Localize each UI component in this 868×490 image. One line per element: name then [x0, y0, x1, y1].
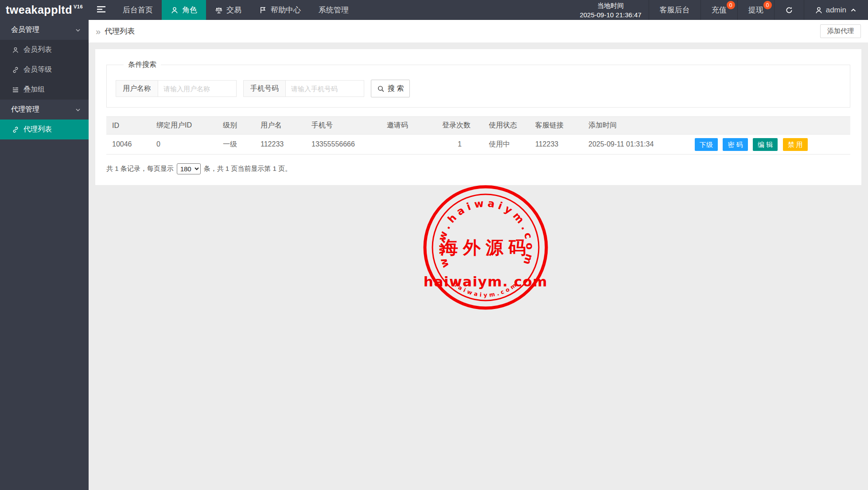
menu-item-home[interactable]: 后台首页	[114, 0, 162, 20]
sidebar-section-agent[interactable]: 代理管理	[0, 100, 89, 120]
app-version: V16	[74, 4, 83, 9]
phone-input[interactable]	[285, 80, 364, 97]
cell-created-at: 2025-09-11 01:31:34	[583, 135, 689, 154]
sidebar-item-member-list[interactable]: 会员列表	[0, 40, 89, 60]
app-logo: tweakappltdV16	[0, 0, 89, 20]
recharge-badge: 0	[727, 1, 735, 9]
hamburger-icon	[97, 6, 105, 15]
pagination-prefix: 共 1 条记录，每页显示	[106, 165, 174, 173]
chevron-down-icon	[75, 27, 81, 33]
sidebar: 会员管理 会员列表 会员等级 叠加组 代理管理	[0, 20, 89, 490]
search-icon	[377, 85, 385, 93]
disable-button[interactable]: 禁 用	[783, 138, 808, 151]
scales-icon	[215, 6, 223, 14]
menu-item-system[interactable]: 系统管理	[310, 0, 358, 20]
menu-item-role[interactable]: 角色	[162, 0, 206, 20]
col-status: 使用状态	[483, 117, 529, 135]
user-icon	[171, 6, 179, 14]
menu-item-help[interactable]: 帮助中心	[250, 0, 310, 20]
page-title: 代理列表	[105, 26, 135, 36]
recharge-link[interactable]: 充值 0	[701, 0, 737, 20]
menu-item-system-label: 系统管理	[319, 5, 349, 15]
sidebar-item-agent-list-label: 代理列表	[23, 125, 52, 134]
withdraw-label: 提现	[748, 5, 763, 15]
phone-group: 手机号码	[243, 80, 364, 97]
sidebar-item-member-level[interactable]: 会员等级	[0, 60, 89, 80]
local-time-block: 当地时间 2025-09-10 21:36:47	[572, 0, 648, 20]
main-area: » 代理列表 添加代理 条件搜索 用户名称 手机号码	[89, 20, 868, 490]
link-icon	[12, 126, 19, 133]
refresh-button[interactable]	[774, 0, 804, 20]
cell-username: 112233	[255, 135, 306, 154]
edit-button[interactable]: 编 辑	[753, 138, 778, 151]
content: 条件搜索 用户名称 手机号码 搜 索	[89, 42, 868, 192]
cell-actions: 下级 密 码 编 辑 禁 用	[689, 135, 850, 154]
username-input[interactable]	[158, 80, 237, 97]
col-actions	[689, 117, 850, 135]
password-button[interactable]: 密 码	[723, 138, 747, 151]
search-legend: 条件搜索	[124, 60, 161, 69]
cell-bind-user-id: 0	[151, 135, 217, 154]
sidebar-section-agent-label: 代理管理	[11, 105, 39, 114]
col-bind-user-id: 绑定用户ID	[151, 117, 217, 135]
service-backend-link[interactable]: 客服后台	[649, 0, 701, 20]
cell-invite-code	[381, 135, 436, 154]
sidebar-section-member-label: 会员管理	[11, 25, 39, 35]
navbar-right: 当地时间 2025-09-10 21:36:47 客服后台 充值 0 提现 0 …	[572, 0, 868, 20]
col-invite-code: 邀请码	[381, 117, 436, 135]
cell-service-link: 112233	[529, 135, 583, 154]
table-header-row: ID 绑定用户ID 级别 用户名 手机号 邀请码 登录次数 使用状态 客服链接 …	[106, 117, 850, 135]
withdraw-link[interactable]: 提现 0	[737, 0, 774, 20]
per-page-select[interactable]: 180	[177, 163, 201, 174]
user-icon	[815, 6, 823, 14]
col-level: 级别	[217, 117, 255, 135]
cell-phone: 13355556666	[306, 135, 381, 154]
withdraw-badge: 0	[763, 1, 772, 9]
table-row: 10046 0 一级 112233 13355556666 1 使用中 1122…	[106, 135, 850, 154]
user-menu[interactable]: admin	[804, 0, 868, 20]
chevron-up-icon	[849, 6, 857, 14]
search-fieldset: 条件搜索 用户名称 手机号码 搜 索	[106, 60, 850, 108]
main-menu: 后台首页 角色 交易 帮助中心 系统管理	[114, 0, 358, 20]
sidebar-item-stack-group[interactable]: 叠加组	[0, 80, 89, 100]
menu-item-help-label: 帮助中心	[271, 5, 301, 15]
sub-agents-button[interactable]: 下级	[695, 138, 718, 151]
refresh-icon	[785, 6, 793, 14]
cell-id: 10046	[106, 135, 151, 154]
top-navbar: tweakappltdV16 后台首页 角色 交易 帮助中心	[0, 0, 868, 20]
chevron-down-icon	[75, 107, 81, 113]
col-service-link: 客服链接	[529, 117, 583, 135]
col-username: 用户名	[255, 117, 306, 135]
username-label: 用户名称	[116, 80, 158, 97]
service-backend-label: 客服后台	[660, 5, 690, 15]
sidebar-submenu-agent: 代理列表	[0, 120, 89, 139]
status-badge: 使用中	[483, 135, 529, 154]
col-phone: 手机号	[306, 117, 381, 135]
search-button-label: 搜 索	[388, 84, 404, 93]
sidebar-section-member[interactable]: 会员管理	[0, 20, 89, 40]
user-icon	[12, 46, 19, 54]
recharge-label: 充值	[712, 5, 727, 15]
sidebar-item-stack-group-label: 叠加组	[23, 85, 45, 94]
menu-item-trade-label: 交易	[226, 5, 241, 15]
sidebar-submenu-member: 会员列表 会员等级 叠加组	[0, 40, 89, 100]
search-button[interactable]: 搜 索	[371, 80, 410, 97]
agents-table: ID 绑定用户ID 级别 用户名 手机号 邀请码 登录次数 使用状态 客服链接 …	[106, 116, 850, 154]
app-name: tweakappltd	[6, 4, 72, 16]
add-agent-button[interactable]: 添加代理	[820, 24, 861, 38]
cell-login-count: 1	[436, 135, 483, 154]
sidebar-item-agent-list[interactable]: 代理列表	[0, 120, 89, 139]
local-time-label: 当地时间	[597, 1, 624, 10]
menu-item-home-label: 后台首页	[123, 5, 153, 15]
username: admin	[826, 6, 846, 15]
menu-item-trade[interactable]: 交易	[206, 0, 250, 20]
breadcrumb-bar: » 代理列表 添加代理	[89, 20, 868, 42]
col-created-at: 添加时间	[583, 117, 689, 135]
username-group: 用户名称	[116, 80, 237, 97]
col-login-count: 登录次数	[436, 117, 483, 135]
search-form-row: 用户名称 手机号码 搜 索	[116, 80, 841, 97]
pagination-suffix: 条，共 1 页当前显示第 1 页。	[204, 165, 292, 173]
sidebar-item-member-level-label: 会员等级	[23, 65, 52, 74]
agent-list-card: 条件搜索 用户名称 手机号码 搜 索	[95, 49, 861, 185]
sidebar-fold-button[interactable]	[89, 0, 114, 20]
